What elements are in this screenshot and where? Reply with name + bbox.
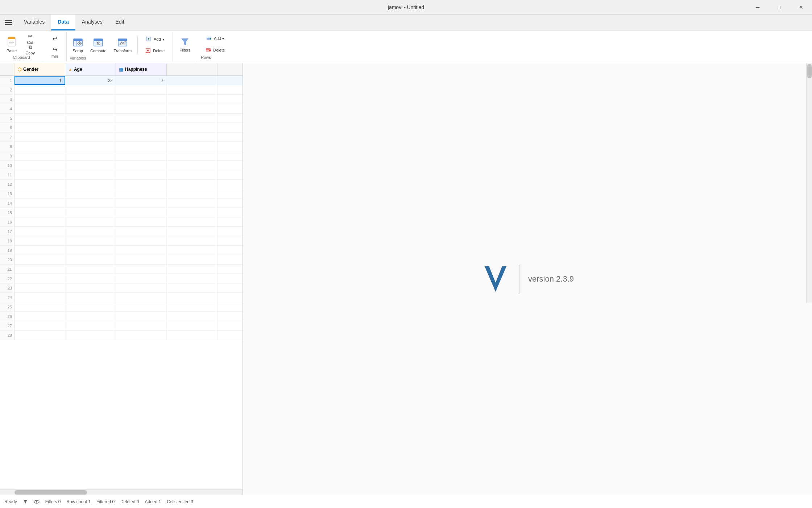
scrollbar-thumb-horizontal[interactable] [14,490,87,495]
variables-delete-button[interactable]: Delete [141,46,170,56]
clipboard-label: Clipboard [13,55,30,61]
table-row[interactable]: 13 [0,189,243,198]
spreadsheet-container: ⬡ Gender ▲ Age ▦ Happiness 1 1 22 7 [0,63,243,495]
column-header-age[interactable]: ▲ Age [65,63,116,75]
variables-delete-icon [146,48,152,53]
ribbon: Paste ✂ Cut ⧉ Copy Clipboard ↩ ↪ [0,30,812,63]
variables-add-icon [146,37,152,42]
close-button[interactable]: ✕ [790,0,812,15]
table-row[interactable]: 12 [0,180,243,189]
ribbon-variables-section: Setup fx Compute Transform [67,32,173,61]
table-row[interactable]: 25 [0,302,243,312]
right-panel: version 2.3.9 [243,63,812,495]
scrollbar-horizontal[interactable] [0,489,243,495]
table-row[interactable]: 22 [0,274,243,283]
table-row[interactable]: 27 [0,321,243,331]
copy-label: Copy [25,51,35,55]
tab-variables[interactable]: Variables [17,15,51,30]
column-header-gender-label: Gender [23,67,38,72]
redo-button[interactable]: ↪ [47,44,63,54]
title-bar: jamovi - Untitled ─ □ ✕ [0,0,812,15]
hamburger-menu[interactable] [1,15,16,30]
tab-analyses[interactable]: Analyses [75,15,109,30]
filters-button[interactable]: Filters [177,33,193,55]
cut-button[interactable]: ✂ Cut [21,34,39,44]
variables-add-button[interactable]: Add ▾ [141,34,170,44]
paste-button[interactable]: Paste [4,33,20,55]
maximize-button[interactable]: □ [768,0,790,15]
table-row[interactable]: 18 [0,236,243,246]
svg-rect-19 [118,39,127,41]
table-row[interactable]: 23 [0,283,243,293]
grid-cell-happiness-1[interactable]: 7 [116,76,167,85]
paste-icon [7,36,17,48]
grid-cell-age-1[interactable]: 22 [65,76,116,85]
table-row[interactable]: 15 [0,208,243,217]
table-row[interactable]: 21 [0,265,243,274]
setup-button[interactable]: Setup [70,34,86,56]
table-row[interactable]: 17 [0,227,243,236]
status-filter-icon-area[interactable] [23,499,28,504]
column-header-happiness[interactable]: ▦ Happiness [116,63,167,75]
table-row[interactable]: 3 [0,95,243,104]
table-row[interactable]: 5 [0,114,243,123]
table-row[interactable]: 28 [0,331,243,340]
copy-cut-group: ✂ Cut ⧉ Copy [21,34,39,55]
compute-button[interactable]: fx Compute [87,34,109,56]
tab-data[interactable]: Data [51,15,75,30]
rows-add-delete-group: Add ▾ Delete [201,33,230,55]
tab-edit[interactable]: Edit [109,15,131,30]
table-row[interactable]: 16 [0,217,243,227]
table-row[interactable]: 7 [0,132,243,142]
table-row[interactable]: 26 [0,312,243,321]
transform-icon [117,37,128,48]
status-cells-edited: Cells edited 3 [167,499,193,504]
rows-add-button[interactable]: Add ▾ [201,33,230,44]
svg-point-36 [36,501,37,503]
transform-button[interactable]: Transform [111,34,135,56]
table-row[interactable]: 20 [0,255,243,265]
variables-delete-label: Delete [153,49,165,53]
empty-col-header-1 [167,63,218,75]
table-row[interactable]: 11 [0,170,243,180]
table-row[interactable]: 1 1 22 7 [0,76,243,85]
version-text: version 2.3.9 [528,274,574,284]
cells-edited-text: Cells edited 3 [167,499,193,504]
table-row[interactable]: 4 [0,104,243,114]
grid-cell-gender-1[interactable]: 1 [14,76,65,85]
table-row[interactable]: 8 [0,142,243,151]
undo-button[interactable]: ↩ [47,33,63,44]
table-row[interactable]: 9 [0,151,243,161]
version-divider [519,265,519,294]
column-header-happiness-label: Happiness [125,67,147,72]
table-row[interactable]: 14 [0,198,243,208]
grid-cell-empty-1a[interactable] [167,76,218,85]
filter-funnel-icon [23,499,28,504]
table-row[interactable]: 24 [0,293,243,302]
grid-body[interactable]: 1 1 22 7 2 3 4 5 6 7 8 9 10 11 12 13 14 … [0,76,243,489]
status-eye-icon-area[interactable] [34,500,40,504]
rows-delete-button[interactable]: Delete [201,45,230,55]
status-added: Added 1 [145,499,161,504]
table-row[interactable]: 10 [0,161,243,170]
ready-text: Ready [4,499,17,504]
compute-label: Compute [90,49,107,53]
table-row[interactable]: 2 [0,85,243,95]
rows-add-arrow: ▾ [222,37,224,41]
window-controls: ─ □ ✕ [747,0,812,15]
rows-add-icon [207,36,212,41]
variables-add-arrow: ▾ [162,37,164,41]
deleted-text: Deleted 0 [120,499,139,504]
table-row[interactable]: 6 [0,123,243,132]
table-row[interactable]: 19 [0,246,243,255]
grid-cell-empty-1b[interactable] [218,76,243,85]
filters-icon [180,37,190,47]
minimize-button[interactable]: ─ [747,0,768,15]
svg-point-10 [79,43,80,44]
copy-button[interactable]: ⧉ Copy [21,45,39,55]
status-ready: Ready [4,499,17,504]
gender-type-icon: ⬡ [17,67,21,72]
ribbon-rows-section: Add ▾ Delete Rows [197,32,233,61]
column-header-gender[interactable]: ⬡ Gender [14,63,65,75]
edit-label: Edit [51,54,58,60]
